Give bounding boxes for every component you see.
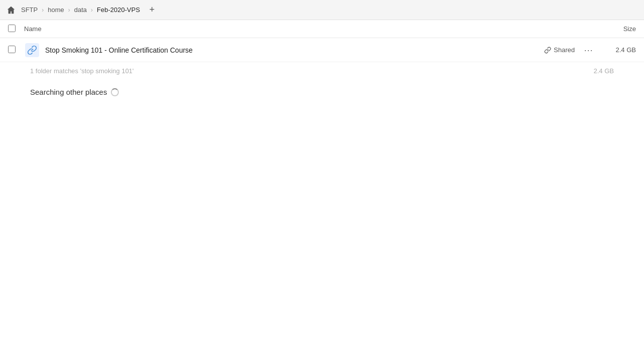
breadcrumb-link-data[interactable]: data [71,5,90,15]
other-places-label: Searching other places [30,88,107,96]
breadcrumb-link-feb2020vps[interactable]: Feb-2020-VPS [94,5,143,15]
add-button[interactable]: + [145,3,159,17]
column-header-size: Size [596,25,636,33]
column-header-row: Name Size [0,20,644,38]
breadcrumb-item-data: data [71,5,90,15]
home-button[interactable] [4,3,18,17]
file-name: Stop Smoking 101 - Online Certification … [45,46,544,54]
breadcrumb-sep-1: › [41,7,45,14]
file-icon [24,42,40,58]
shared-label: Shared [554,46,575,54]
breadcrumb-item-home: home [45,5,67,15]
breadcrumb-item-feb2020vps: Feb-2020-VPS [94,5,143,15]
breadcrumb-bar: SFTP › home › data › Feb-2020-VPS + [0,0,644,20]
link-icon [544,47,551,54]
breadcrumb-link-sftp[interactable]: SFTP [18,5,41,15]
select-all-checkbox[interactable] [8,25,18,34]
search-result-size: 2.4 GB [574,67,614,75]
breadcrumb-item-sftp: SFTP [18,5,41,15]
breadcrumb-sep-2: › [67,7,71,14]
file-actions: Shared ⋯ [544,44,596,57]
file-size: 2.4 GB [596,46,636,54]
search-result-info: 1 folder matches 'stop smoking 101' 2.4 … [0,62,644,80]
more-options-button[interactable]: ⋯ [581,44,596,57]
searching-other-places-section: Searching other places [0,80,644,100]
breadcrumb-link-home[interactable]: home [45,5,67,15]
shared-badge: Shared [544,46,575,54]
row-checkbox[interactable] [8,46,18,55]
search-match-count: 1 folder matches 'stop smoking 101' [30,67,134,75]
column-header-name: Name [24,25,596,33]
loading-spinner [111,88,119,96]
breadcrumb-sep-3: › [90,7,94,14]
table-row[interactable]: Stop Smoking 101 - Online Certification … [0,38,644,62]
breadcrumb: SFTP › home › data › Feb-2020-VPS [18,5,143,15]
